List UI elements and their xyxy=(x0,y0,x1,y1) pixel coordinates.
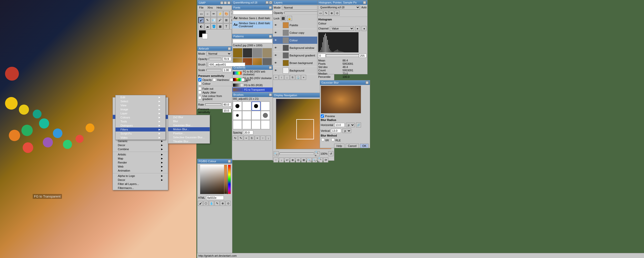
menu-help[interactable]: Help xyxy=(215,6,224,9)
sub-dialogues[interactable]: Dialogues▶ xyxy=(116,123,165,127)
colour-gradient-checkbox[interactable] xyxy=(198,96,201,99)
rate-checkbox[interactable] xyxy=(230,78,233,81)
blur-2x2[interactable]: 2x2 Blur xyxy=(168,115,210,119)
pressure-value[interactable]: 10.0 xyxy=(223,109,231,113)
tool-ellipse-select[interactable]: ○ xyxy=(204,11,210,17)
iir-radio[interactable] xyxy=(321,138,325,141)
zoom-out-btn[interactable]: 🔍- xyxy=(274,151,279,156)
fgbg-close[interactable]: × xyxy=(228,160,231,163)
scale-value[interactable]: 1.00 xyxy=(223,68,231,72)
tool-text[interactable]: T xyxy=(223,23,229,29)
nav-tool5[interactable]: ⊙ xyxy=(296,157,301,163)
tool-paintbrush[interactable]: 🖌 xyxy=(198,17,204,23)
gradient-item-3[interactable]: FG to BG (RGB) xyxy=(232,83,273,87)
airbrush-close[interactable]: × xyxy=(228,47,231,50)
hex-input[interactable]: 8a502e xyxy=(206,196,224,200)
layer-dup[interactable]: ⎘ xyxy=(290,75,295,80)
context-filtermacro[interactable]: Filtermacro... xyxy=(113,186,168,190)
brush-item[interactable] xyxy=(242,120,251,129)
sub-video[interactable]: Video▶ xyxy=(116,136,165,140)
fgbg-tool3[interactable]: 💧 xyxy=(209,201,214,206)
sub-image[interactable]: Image▶ xyxy=(116,107,165,111)
fgbg-tool5[interactable]: ⊕ xyxy=(220,201,225,206)
layer-eye-brown-bg[interactable]: 👁 xyxy=(274,61,278,65)
blur-close[interactable]: × xyxy=(366,81,369,84)
brush-item[interactable] xyxy=(233,120,242,129)
context-animation[interactable]: Animation ▶ xyxy=(113,169,168,173)
nav-tool1[interactable]: ↑ xyxy=(273,157,278,163)
context-decor2[interactable]: Decor ▶ xyxy=(113,178,168,182)
pattern-item[interactable] xyxy=(243,48,252,58)
nav-tool9[interactable]: 🔍+ xyxy=(318,157,323,163)
blur-pixelize[interactable]: Pixelize... xyxy=(168,131,210,135)
fonts-search-input[interactable] xyxy=(233,11,272,15)
brush-name-field[interactable]: 000_adjust01 xyxy=(208,62,245,67)
zoom-slider[interactable] xyxy=(279,153,314,155)
tool-gradient[interactable]: ▦ xyxy=(217,23,223,29)
hue-bar[interactable] xyxy=(228,165,231,194)
brush-item[interactable] xyxy=(252,111,261,120)
context-filter-all[interactable]: Filter all Layers... xyxy=(113,182,168,186)
context-render[interactable]: Render ▶ xyxy=(113,160,168,165)
hist-tool2[interactable]: ✎ xyxy=(324,11,329,16)
rle-radio[interactable] xyxy=(331,138,335,141)
fgbg-tool6[interactable]: ⊙ xyxy=(226,201,231,206)
font-item-2[interactable]: Aa Nimbus Sans L Bold Italic Condensed xyxy=(232,21,273,28)
fgbg-tool2[interactable]: ⬡ xyxy=(203,201,208,206)
gradient-item-1[interactable]: FG to BG (HSV anti-clockwise) xyxy=(232,70,273,76)
context-alpha-to-logo[interactable]: Alpha to Logo ▶ xyxy=(113,174,168,178)
alpha-bar[interactable] xyxy=(224,165,227,194)
tool-clone[interactable]: ⊞ xyxy=(223,17,229,23)
layer-raise[interactable]: ↑ xyxy=(279,75,284,80)
tool-bucket[interactable]: 🪣 xyxy=(211,23,217,29)
channel-shrink[interactable]: ◂ xyxy=(362,26,367,31)
context-decor[interactable]: Decor ▶ xyxy=(113,143,168,147)
nav-tool2[interactable]: ↓ xyxy=(279,157,284,163)
context-combine[interactable]: Combine ▶ xyxy=(113,147,168,151)
layer-eye-bg-gradient[interactable]: 👁 xyxy=(274,53,278,57)
rate-value[interactable]: 80.0 xyxy=(223,103,231,107)
tool-smudge[interactable]: ☁ xyxy=(204,23,210,29)
rle-option[interactable]: RLE xyxy=(331,138,341,142)
sub-view[interactable]: View▶ xyxy=(116,103,165,107)
brush-dup[interactable]: ⎘ xyxy=(249,136,254,141)
font-item-1[interactable]: Aa Nimbus Sans L Bold Italic xyxy=(232,15,273,21)
opacity-checkbox[interactable] xyxy=(198,78,201,81)
bg-swatch[interactable] xyxy=(202,34,208,39)
brush-item[interactable] xyxy=(261,120,270,129)
sub-colours[interactable]: Colours▶ xyxy=(116,115,165,119)
blur-selective[interactable]: Selective Gaussian Blur... xyxy=(168,135,210,139)
channel-select[interactable]: Value xyxy=(330,26,354,31)
opacity-slider[interactable] xyxy=(209,58,221,60)
blur-cancel-btn[interactable]: Cancel xyxy=(346,144,359,148)
layer-del[interactable]: × xyxy=(301,75,306,80)
tool-dodge[interactable]: ◐ xyxy=(198,23,204,29)
tool-color-select[interactable]: 🎨 xyxy=(223,11,229,17)
pressure-slider[interactable] xyxy=(221,110,221,112)
layer-eye-colour-copy[interactable]: 👁 xyxy=(274,31,278,35)
brush-refresh[interactable]: ↻ xyxy=(233,136,238,141)
blur-preview-check[interactable] xyxy=(321,114,324,118)
zoom-reset[interactable]: ↺ xyxy=(328,151,333,156)
zoom-in-btn[interactable]: 🔍+ xyxy=(315,151,320,156)
fgbg-tool4[interactable]: ✎ xyxy=(214,201,220,206)
tool-free-select[interactable]: ✏ xyxy=(211,11,217,17)
blur-help-btn[interactable]: Help xyxy=(334,144,344,148)
tool-ink[interactable]: 🖋 xyxy=(217,17,223,23)
nav-tool3[interactable]: ↩ xyxy=(284,157,290,163)
context-map[interactable]: Map ▶ xyxy=(113,156,168,160)
brushes-close[interactable]: × xyxy=(269,93,272,96)
brush-edit[interactable]: ✎ xyxy=(238,136,243,141)
brush-item[interactable] xyxy=(242,102,251,111)
pattern-item[interactable] xyxy=(233,48,242,58)
histogram-close[interactable]: × xyxy=(363,1,366,4)
blur-ok-btn[interactable]: OK xyxy=(360,144,369,148)
brush-item[interactable] xyxy=(252,120,261,129)
rate-slider[interactable] xyxy=(205,104,221,106)
hist-min[interactable]: 0 xyxy=(318,54,326,58)
hardness-checkbox[interactable] xyxy=(213,78,216,81)
blur-tileable[interactable]: Tileable Blur... xyxy=(168,139,210,143)
gradients-close[interactable]: × xyxy=(269,66,272,69)
hist-tool4[interactable]: ⊙ xyxy=(335,11,340,16)
nav-tool4[interactable]: ⊕ xyxy=(290,157,295,163)
